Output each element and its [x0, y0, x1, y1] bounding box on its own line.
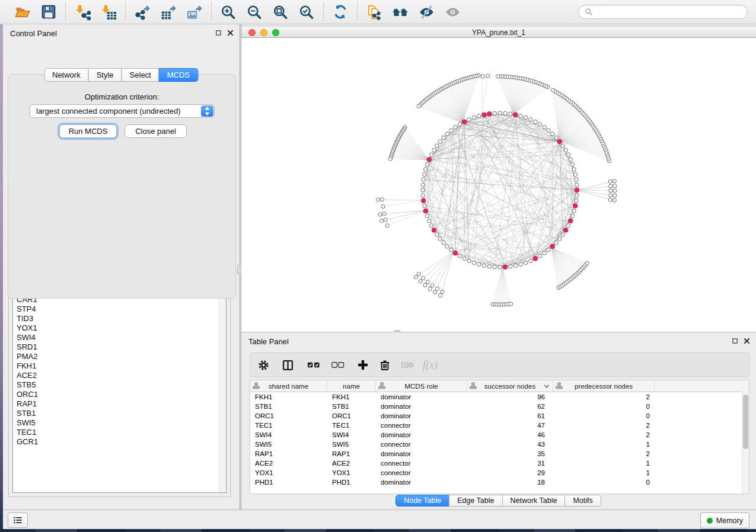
graph-ring-node[interactable]: [509, 112, 512, 116]
graph-mcds-hub-node[interactable]: [573, 204, 578, 209]
graph-leaf-node[interactable]: [430, 284, 434, 287]
tab-node-table[interactable]: Node Table: [395, 495, 449, 507]
graph-leaf-node[interactable]: [419, 280, 422, 283]
graph-mcds-hub-node[interactable]: [427, 157, 432, 162]
deselect-all-icon[interactable]: [331, 358, 346, 372]
graph-ring-node[interactable]: [477, 114, 481, 118]
graph-leaf-node[interactable]: [613, 189, 617, 193]
graph-leaf-node[interactable]: [435, 287, 439, 290]
graph-leaf-node[interactable]: [438, 294, 442, 297]
import-network-icon[interactable]: [74, 4, 91, 20]
table-row[interactable]: PHD1PHD1dominator180: [250, 477, 749, 487]
mcds-result-item[interactable]: SRD1: [13, 342, 226, 352]
graph-ring-node[interactable]: [575, 183, 579, 187]
delete-row-icon[interactable]: [379, 358, 391, 372]
graph-ring-node[interactable]: [429, 224, 433, 227]
export-network-icon[interactable]: [134, 4, 151, 20]
graph-leaf-node[interactable]: [613, 180, 616, 183]
graph-ring-node[interactable]: [547, 129, 550, 132]
graph-ring-node[interactable]: [472, 261, 476, 264]
graph-leaf-node[interactable]: [481, 75, 484, 78]
graph-ring-node[interactable]: [554, 241, 558, 245]
add-row-icon[interactable]: [357, 358, 369, 372]
graph-leaf-node[interactable]: [384, 218, 387, 222]
graph-leaf-node[interactable]: [509, 302, 512, 306]
zoom-selected-icon[interactable]: [298, 4, 315, 20]
graph-ring-node[interactable]: [435, 144, 439, 148]
graph-ring-node[interactable]: [445, 132, 449, 136]
mcds-result-item[interactable]: ORC1: [13, 390, 226, 399]
graph-leaf-node[interactable]: [608, 180, 612, 183]
mcds-result-item[interactable]: STB5: [13, 380, 226, 390]
graph-mcds-hub-node[interactable]: [503, 265, 508, 270]
graph-ring-node[interactable]: [454, 126, 457, 129]
graph-ring-node[interactable]: [509, 265, 512, 268]
graph-ring-node[interactable]: [551, 132, 554, 136]
graph-ring-node[interactable]: [566, 224, 570, 227]
graph-leaf-node[interactable]: [433, 290, 437, 294]
zoom-out-icon[interactable]: [246, 4, 263, 20]
tab-motifs[interactable]: Motifs: [564, 495, 601, 507]
gear-icon[interactable]: [257, 358, 270, 372]
graph-ring-node[interactable]: [442, 241, 445, 245]
mcds-result-item[interactable]: SWI4: [13, 333, 226, 342]
graph-ring-node[interactable]: [569, 158, 572, 161]
clone-network-icon[interactable]: [366, 4, 382, 20]
graph-ring-node[interactable]: [529, 118, 532, 121]
column-header-name[interactable]: name: [327, 380, 376, 392]
graph-leaf-node[interactable]: [417, 104, 420, 108]
mcds-result-item[interactable]: ACE2: [13, 371, 226, 380]
graph-leaf-node[interactable]: [496, 75, 500, 78]
search-input[interactable]: [594, 6, 747, 18]
hide-graphics-details-icon[interactable]: [418, 4, 435, 20]
graph-ring-node[interactable]: [543, 251, 546, 255]
graph-ring-node[interactable]: [428, 219, 431, 223]
float-panel-icon[interactable]: [215, 29, 222, 36]
graph-leaf-node[interactable]: [414, 275, 417, 279]
graph-ring-node[interactable]: [524, 261, 527, 264]
graph-ring-node[interactable]: [519, 114, 522, 118]
table-row[interactable]: YOX1YOX1connector291: [250, 468, 749, 477]
save-icon[interactable]: [40, 4, 57, 20]
graph-ring-node[interactable]: [561, 233, 564, 236]
table-scrollbar[interactable]: [742, 392, 749, 493]
graph-ring-node[interactable]: [547, 248, 550, 252]
column-header-successor-nodes[interactable]: successor nodes: [467, 380, 553, 392]
close-table-panel-icon[interactable]: [743, 337, 750, 344]
graph-ring-node[interactable]: [493, 111, 496, 115]
search-box[interactable]: [578, 5, 748, 19]
graph-mcds-hub-node[interactable]: [550, 244, 555, 249]
tab-network-table[interactable]: Network Table: [502, 495, 566, 507]
table-row[interactable]: FKH1FKH1dominator962: [250, 392, 749, 402]
graph-leaf-node[interactable]: [377, 198, 380, 201]
graph-ring-node[interactable]: [429, 153, 433, 156]
graph-ring-node[interactable]: [575, 178, 578, 181]
mcds-result-item[interactable]: STB1: [13, 409, 226, 418]
table-row[interactable]: SWI4SWI4dominator462: [250, 430, 749, 440]
graph-ring-node[interactable]: [498, 265, 502, 269]
refresh-icon[interactable]: [332, 4, 349, 20]
graph-leaf-node[interactable]: [417, 273, 420, 276]
mcds-result-item[interactable]: PMA2: [13, 352, 226, 361]
graph-ring-node[interactable]: [543, 126, 546, 129]
column-header-MCDS-role[interactable]: MCDS role: [376, 380, 467, 392]
graph-ring-node[interactable]: [425, 162, 429, 166]
graph-ring-node[interactable]: [422, 178, 425, 181]
zoom-fit-icon[interactable]: [272, 4, 289, 20]
table-row[interactable]: ACE2ACE2connector311: [250, 459, 749, 468]
mcds-result-item[interactable]: YOX1: [13, 323, 226, 333]
graph-ring-node[interactable]: [438, 237, 442, 241]
graph-mcds-hub-node[interactable]: [453, 251, 458, 255]
graph-ring-node[interactable]: [425, 214, 429, 217]
graph-leaf-node[interactable]: [428, 287, 432, 290]
graph-mcds-hub-node[interactable]: [482, 113, 487, 117]
tab-edge-table[interactable]: Edge Table: [449, 495, 502, 507]
export-table-icon[interactable]: [160, 4, 177, 20]
graph-ring-node[interactable]: [472, 116, 476, 119]
columns-icon[interactable]: [282, 358, 294, 372]
graph-ring-node[interactable]: [423, 172, 426, 176]
graph-mcds-hub-node[interactable]: [533, 257, 538, 261]
graph-leaf-node[interactable]: [609, 184, 613, 188]
graph-leaf-node[interactable]: [608, 198, 612, 201]
mcds-result-item[interactable]: FKH1: [13, 361, 226, 371]
